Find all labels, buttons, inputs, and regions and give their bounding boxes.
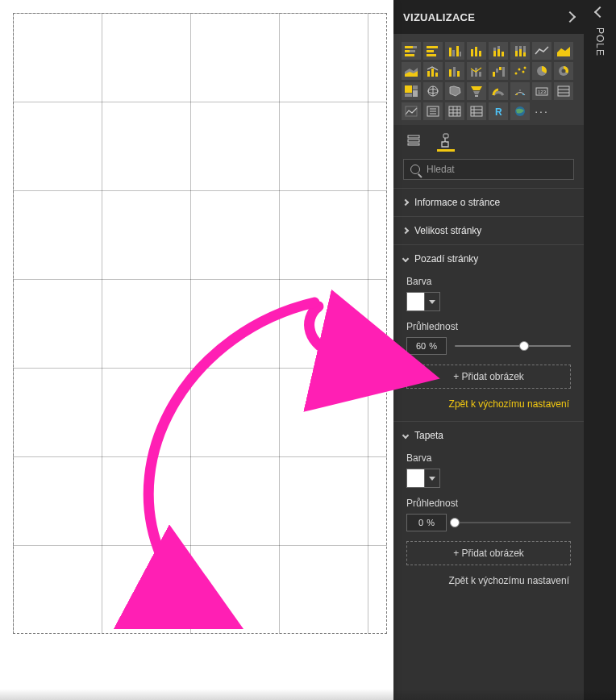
viz-tile-clustered-column[interactable]	[445, 42, 464, 60]
visualization-gallery: 123 R ···	[393, 34, 584, 125]
svg-rect-37	[479, 72, 481, 77]
viz-tile-matrix[interactable]	[467, 102, 486, 120]
svg-rect-85	[408, 144, 419, 145]
value: 60	[416, 341, 426, 351]
wallpaper-add-image-button[interactable]: + Přidat obrázek	[406, 541, 571, 565]
value: 0	[418, 518, 423, 527]
chevron-down-icon	[402, 432, 409, 439]
pane-tabs	[393, 125, 584, 151]
background-color-picker[interactable]	[406, 292, 440, 311]
svg-rect-41	[502, 67, 505, 77]
color-swatch	[407, 293, 425, 310]
background-transparency-input[interactable]: 60 %	[406, 337, 447, 355]
svg-rect-29	[427, 71, 430, 77]
svg-rect-2	[405, 50, 410, 52]
svg-rect-7	[427, 54, 436, 56]
svg-rect-5	[427, 46, 438, 48]
background-transparency-slider[interactable]	[455, 345, 571, 347]
svg-rect-0	[405, 46, 413, 48]
viz-tile-slicer[interactable]	[423, 102, 443, 120]
viz-tile-stacked-bar[interactable]	[402, 42, 421, 60]
viz-tile-stacked-column[interactable]	[489, 42, 508, 60]
section-page-info[interactable]: Informace o stránce	[393, 189, 584, 216]
svg-rect-10	[456, 46, 459, 56]
svg-rect-4	[405, 54, 414, 56]
viz-tile-column[interactable]	[467, 42, 486, 60]
viz-tile-more[interactable]: ···	[532, 102, 551, 120]
svg-rect-31	[435, 73, 438, 77]
svg-rect-1	[413, 46, 417, 48]
svg-rect-32	[449, 69, 452, 77]
svg-rect-35	[471, 70, 473, 77]
viz-tile-100-column[interactable]	[510, 42, 530, 60]
wallpaper-reset-link[interactable]: Zpět k výchozímu nastavení	[406, 575, 571, 586]
svg-point-43	[518, 69, 521, 71]
svg-marker-56	[471, 86, 482, 90]
svg-rect-38	[493, 72, 495, 77]
wallpaper-color-picker[interactable]	[406, 469, 440, 488]
viz-tile-filled-map[interactable]	[445, 82, 464, 100]
viz-tile-table[interactable]	[445, 102, 464, 120]
visualizations-header[interactable]: VIZUALIZACE	[393, 0, 584, 34]
report-page[interactable]	[13, 13, 387, 634]
viz-tile-funnel[interactable]	[467, 82, 486, 100]
fields-panel-collapsed[interactable]: POLE	[584, 0, 616, 700]
viz-tile-card[interactable]: 123	[532, 82, 551, 100]
viz-tile-scatter[interactable]	[510, 62, 530, 80]
viz-tile-multi-card[interactable]	[554, 82, 573, 100]
svg-rect-86	[443, 134, 448, 138]
viz-tile-waterfall[interactable]	[489, 62, 508, 80]
viz-tile-area[interactable]	[554, 42, 573, 60]
viz-tile-stacked-area[interactable]	[402, 62, 421, 80]
viz-tile-arcgis[interactable]	[510, 102, 530, 120]
wallpaper-transparency-input[interactable]: 0 %	[406, 514, 447, 531]
background-reset-link[interactable]: Zpět k výchozímu nastavení	[406, 398, 571, 410]
viz-tile-gauge[interactable]	[489, 82, 508, 100]
viz-tile-r[interactable]: R	[489, 102, 508, 120]
svg-rect-11	[460, 52, 461, 56]
viz-tile-map[interactable]	[423, 82, 443, 100]
svg-rect-21	[515, 51, 518, 56]
svg-rect-40	[499, 67, 502, 70]
viz-tile-donut[interactable]	[554, 62, 573, 80]
svg-point-61	[522, 94, 524, 95]
svg-point-42	[515, 73, 518, 75]
viz-tile-line[interactable]	[532, 42, 551, 60]
viz-tile-pie[interactable]	[532, 62, 551, 80]
transparency-label: Průhlednost	[406, 498, 571, 509]
unit: %	[427, 518, 435, 527]
search-input[interactable]	[427, 164, 567, 175]
viz-tile-bar[interactable]	[423, 42, 443, 60]
viz-tile-line-column2[interactable]	[467, 62, 486, 80]
viz-tile-kpi2[interactable]	[402, 102, 421, 120]
search-input-wrap[interactable]	[403, 159, 574, 180]
svg-rect-52	[405, 94, 412, 97]
report-canvas[interactable]	[0, 0, 393, 700]
chevron-right-icon	[564, 11, 576, 23]
chevron-right-icon	[402, 199, 409, 206]
wallpaper-transparency-slider[interactable]	[455, 522, 571, 523]
section-page-size[interactable]: Velikost stránky	[393, 217, 584, 244]
fields-panel-title: POLE	[594, 27, 606, 56]
section-wallpaper[interactable]: Tapeta	[393, 422, 584, 449]
section-page-background[interactable]: Pozadí stránky	[393, 245, 584, 273]
viz-tile-treemap[interactable]	[402, 82, 421, 100]
section-label: Pozadí stránky	[414, 253, 478, 265]
viz-tile-ribbon[interactable]	[445, 62, 464, 80]
svg-rect-58	[475, 95, 478, 97]
color-swatch	[407, 469, 425, 487]
svg-rect-49	[405, 85, 412, 93]
background-add-image-button[interactable]: + Přidat obrázek	[406, 365, 571, 389]
viz-tile-line-column[interactable]	[423, 62, 443, 80]
dropdown-icon	[425, 293, 439, 310]
viz-tile-kpi[interactable]	[510, 82, 530, 100]
svg-rect-6	[427, 50, 434, 52]
tab-fields[interactable]	[405, 130, 422, 151]
svg-rect-51	[413, 90, 418, 97]
svg-rect-34	[457, 71, 460, 77]
tab-format[interactable]	[437, 130, 455, 151]
svg-rect-50	[413, 85, 418, 90]
svg-rect-8	[449, 48, 452, 56]
svg-rect-36	[475, 68, 477, 77]
svg-rect-30	[431, 69, 434, 77]
